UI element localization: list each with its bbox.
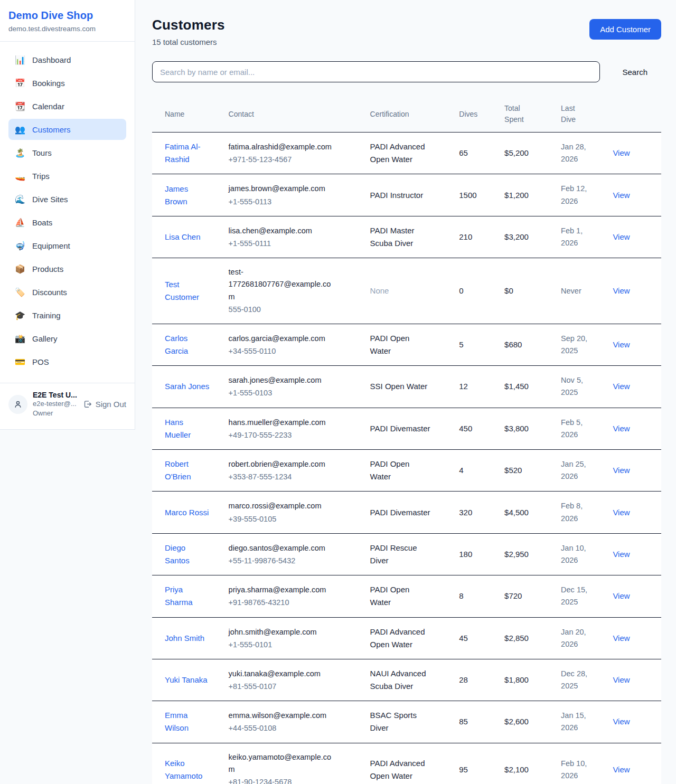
customer-email: john.smith@example.com bbox=[229, 626, 317, 638]
customer-dives: 4 bbox=[459, 466, 463, 475]
customer-name-link[interactable]: Marco Rossi bbox=[165, 506, 209, 519]
island-icon: 🏝️ bbox=[15, 148, 25, 158]
customer-last-dive: Feb 12, 2026 bbox=[561, 183, 594, 207]
sidebar-item-label: Equipment bbox=[32, 241, 70, 250]
view-customer-link[interactable]: View bbox=[613, 591, 630, 600]
table-row: Priya Sharma priya.sharma@example.com +9… bbox=[152, 575, 661, 617]
view-customer-link[interactable]: View bbox=[613, 382, 630, 391]
customer-dives: 28 bbox=[459, 675, 468, 684]
shop-domain: demo.test.divestreams.com bbox=[8, 25, 126, 33]
customer-dives: 210 bbox=[459, 232, 472, 241]
customer-dives: 45 bbox=[459, 634, 468, 643]
sidebar-nav: 📊 Dashboard 📅 Bookings 📆 Calendar 👥 Cust… bbox=[0, 42, 135, 380]
sidebar-item-training[interactable]: 🎓 Training bbox=[8, 305, 126, 326]
search-button[interactable]: Search bbox=[622, 68, 647, 77]
view-customer-link[interactable]: View bbox=[613, 508, 630, 517]
view-customer-link[interactable]: View bbox=[613, 148, 630, 157]
customer-total-spent: $5,200 bbox=[504, 148, 529, 157]
customer-name-link[interactable]: Yuki Tanaka bbox=[165, 674, 208, 686]
sidebar-item-boats[interactable]: ⛵ Boats bbox=[8, 212, 126, 233]
tag-icon: 🏷️ bbox=[15, 287, 25, 297]
view-customer-link[interactable]: View bbox=[613, 424, 630, 433]
customers-table-card: NameContactCertificationDivesTotal Spent… bbox=[152, 96, 661, 784]
avatar bbox=[8, 395, 27, 414]
customer-total-spent: $1,450 bbox=[504, 382, 529, 391]
customer-total-spent: $720 bbox=[504, 591, 522, 600]
view-customer-link[interactable]: View bbox=[613, 717, 630, 726]
table-row: Robert O'Brien robert.obrien@example.com… bbox=[152, 450, 661, 492]
view-customer-link[interactable]: View bbox=[613, 191, 630, 200]
column-header-contact: Contact bbox=[229, 96, 370, 133]
table-row: Sarah Jones sarah.jones@example.com +1-5… bbox=[152, 366, 661, 408]
customer-name-link[interactable]: Sarah Jones bbox=[165, 380, 209, 393]
view-customer-link[interactable]: View bbox=[613, 550, 630, 559]
customer-certification: PADI Open Water bbox=[370, 583, 431, 609]
table-row: James Brown james.brown@example.com +1-5… bbox=[152, 174, 661, 216]
customer-name-link[interactable]: Test Customer bbox=[165, 278, 210, 304]
customer-name-link[interactable]: Diego Santos bbox=[165, 542, 210, 567]
package-icon: 📦 bbox=[15, 264, 25, 274]
search-input[interactable] bbox=[152, 61, 600, 82]
add-customer-button[interactable]: Add Customer bbox=[589, 19, 661, 40]
customer-certification: PADI Divemaster bbox=[370, 506, 430, 519]
sidebar-item-equipment[interactable]: 🤿 Equipment bbox=[8, 235, 126, 256]
customer-last-dive: Feb 5, 2026 bbox=[561, 417, 594, 441]
camera-icon: 📸 bbox=[15, 334, 25, 344]
customer-name-link[interactable]: Emma Wilson bbox=[165, 709, 210, 734]
total-customers-count: 15 total customers bbox=[152, 37, 225, 46]
sidebar-item-dashboard[interactable]: 📊 Dashboard bbox=[8, 49, 126, 70]
customer-last-dive: Jan 25, 2026 bbox=[561, 458, 594, 483]
customer-phone: +353-87-555-1234 bbox=[229, 473, 292, 481]
customer-dives: 320 bbox=[459, 508, 472, 517]
sidebar-item-tours[interactable]: 🏝️ Tours bbox=[8, 142, 126, 163]
customer-name-link[interactable]: Fatima Al-Rashid bbox=[165, 140, 210, 166]
view-customer-link[interactable]: View bbox=[613, 340, 630, 349]
tear-off-calendar-icon: 📆 bbox=[15, 101, 25, 111]
view-customer-link[interactable]: View bbox=[613, 634, 630, 643]
customer-email: priya.sharma@example.com bbox=[229, 584, 326, 596]
customer-name-link[interactable]: Lisa Chen bbox=[165, 231, 201, 243]
customer-name-link[interactable]: Carlos Garcia bbox=[165, 332, 210, 357]
customer-last-dive: Jan 10, 2026 bbox=[561, 542, 594, 566]
table-row: Carlos Garcia carlos.garcia@example.com … bbox=[152, 324, 661, 365]
sidebar-item-dive-sites[interactable]: 🌊 Dive Sites bbox=[8, 188, 126, 210]
sidebar-item-calendar[interactable]: 📆 Calendar bbox=[8, 96, 126, 117]
customer-email: sarah.jones@example.com bbox=[229, 374, 322, 386]
customer-dives: 5 bbox=[459, 340, 463, 349]
sidebar-header: Demo Dive Shop demo.test.divestreams.com bbox=[0, 0, 135, 42]
customer-phone: +34-555-0110 bbox=[229, 347, 276, 355]
view-customer-link[interactable]: View bbox=[613, 286, 630, 295]
customer-name-link[interactable]: Robert O'Brien bbox=[165, 458, 210, 483]
sidebar-item-label: Calendar bbox=[32, 102, 64, 111]
customer-name-link[interactable]: Keiko Yamamoto bbox=[165, 757, 210, 782]
view-customer-link[interactable]: View bbox=[613, 765, 630, 774]
sidebar-item-bookings[interactable]: 📅 Bookings bbox=[8, 72, 126, 93]
customer-name-link[interactable]: John Smith bbox=[165, 632, 204, 645]
customer-name-link[interactable]: James Brown bbox=[165, 183, 210, 208]
sidebar-item-gallery[interactable]: 📸 Gallery bbox=[8, 328, 126, 349]
customer-last-dive: Feb 8, 2026 bbox=[561, 500, 594, 524]
customer-name-link[interactable]: Hans Mueller bbox=[165, 416, 210, 441]
sign-out-icon bbox=[83, 400, 92, 409]
sidebar-item-customers[interactable]: 👥 Customers bbox=[8, 119, 126, 140]
sidebar-item-products[interactable]: 📦 Products bbox=[8, 258, 126, 279]
customer-name-link[interactable]: Priya Sharma bbox=[165, 583, 210, 609]
sidebar-item-label: Training bbox=[32, 311, 61, 320]
view-customer-link[interactable]: View bbox=[613, 675, 630, 684]
sign-out-button[interactable]: Sign Out bbox=[83, 400, 126, 409]
sidebar-item-trips[interactable]: 🚤 Trips bbox=[8, 165, 126, 186]
sidebar-item-pos[interactable]: 💳 POS bbox=[8, 351, 126, 372]
customer-email: hans.mueller@example.com bbox=[229, 417, 326, 429]
table-row: John Smith john.smith@example.com +1-555… bbox=[152, 617, 661, 659]
person-icon bbox=[13, 400, 23, 409]
sidebar-item-discounts[interactable]: 🏷️ Discounts bbox=[8, 281, 126, 303]
column-header-certification: Certification bbox=[370, 96, 459, 133]
search-row: Search bbox=[152, 61, 661, 82]
customer-total-spent: $2,600 bbox=[504, 717, 529, 726]
view-customer-link[interactable]: View bbox=[613, 232, 630, 241]
credit-card-icon: 💳 bbox=[15, 357, 25, 367]
customer-phone: +1-555-0111 bbox=[229, 239, 271, 248]
customer-certification: PADI Master Scuba Diver bbox=[370, 224, 431, 250]
view-customer-link[interactable]: View bbox=[613, 466, 630, 475]
customer-last-dive: Dec 28, 2025 bbox=[561, 668, 594, 692]
